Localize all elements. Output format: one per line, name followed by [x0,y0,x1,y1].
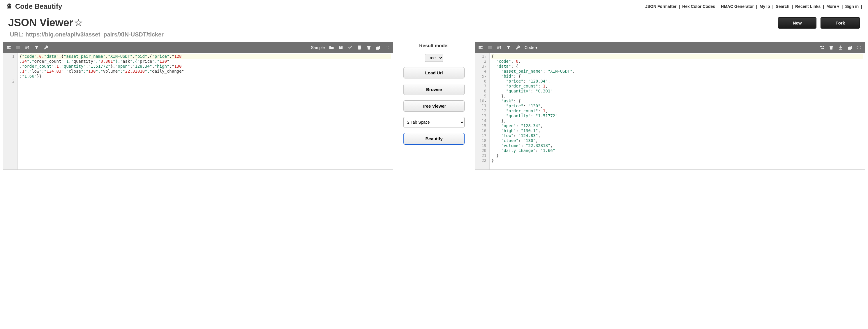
download-icon[interactable] [838,45,843,50]
logo-icon [6,3,13,10]
format-icon[interactable] [6,45,11,50]
result-mode-select[interactable]: tree [425,54,443,62]
left-code[interactable]: {"code":0,"data":{"asset_pair_name":"XIN… [18,53,393,169]
compact-icon[interactable] [16,45,21,50]
page-title: JSON Viewer ☆ [8,17,83,29]
trash-icon[interactable] [829,45,834,50]
format-icon[interactable] [478,45,483,50]
left-editor: Sample 12 {"code":0,"data":{"asset_pair_… [3,42,393,170]
left-gutter: 12 [3,53,18,169]
logo-text: Code Beautify [15,2,62,10]
indent-select[interactable]: 2 Tab Space [403,117,465,128]
sample-label[interactable]: Sample [311,45,325,50]
right-editor-body[interactable]: 1▾23▾45▾678910▾111213141516171819202122 … [475,53,865,169]
svg-point-1 [10,5,11,6]
filter-icon[interactable] [34,45,39,50]
result-mode-label: Result mode: [419,43,448,48]
nav-hmac[interactable]: HMAC Generator [720,4,755,9]
nav-hex-color[interactable]: Hex Color Codes [681,4,716,9]
browse-button[interactable]: Browse [403,84,465,95]
beautify-button[interactable]: Beautify [403,133,465,145]
filter-icon[interactable] [506,45,511,50]
svg-point-0 [8,5,9,6]
sort-icon[interactable] [497,45,502,50]
right-toolbar: Code▾ [475,42,865,53]
nav-links: JSON Formatter| Hex Color Codes| HMAC Ge… [644,4,862,9]
tree-icon[interactable] [819,45,825,50]
tree-viewer-button[interactable]: Tree Viewer [403,100,465,112]
code-mode-select[interactable]: Code▾ [525,45,537,50]
nav-search[interactable]: Search [775,4,790,9]
expand-icon[interactable] [385,45,390,50]
wrench-icon[interactable] [43,45,49,50]
new-button[interactable]: New [778,17,817,29]
nav-recent-links[interactable]: Recent Links [794,4,822,9]
star-icon[interactable]: ☆ [74,17,83,28]
load-url-button[interactable]: Load Url [403,67,465,79]
right-editor: Code▾ 1▾23▾45▾678910▾1112131415161718192… [475,42,865,170]
site-header: Code Beautify JSON Formatter| Hex Color … [0,0,868,13]
nav-more[interactable]: More ▾ [825,4,840,9]
logo-area[interactable]: Code Beautify [6,2,62,10]
folder-open-icon[interactable] [329,45,334,50]
center-panel: Result mode: tree Load Url Browse Tree V… [393,42,475,170]
url-label: URL: https://big.one/api/v3/asset_pairs/… [0,30,868,42]
left-editor-body[interactable]: 12 {"code":0,"data":{"asset_pair_name":"… [3,53,393,169]
print-icon[interactable] [357,45,362,50]
chevron-down-icon: ▾ [535,45,537,50]
trash-icon[interactable] [366,45,371,50]
fork-button[interactable]: Fork [820,17,860,29]
compact-icon[interactable] [487,45,493,50]
title-row: JSON Viewer ☆ New Fork [0,13,868,30]
right-gutter: 1▾23▾45▾678910▾111213141516171819202122 [475,53,490,169]
nav-json-formatter[interactable]: JSON Formatter [644,4,678,9]
nav-my-ip[interactable]: My Ip [758,4,771,9]
right-code[interactable]: { "code": 0, "data": { "asset_pair_name"… [490,53,865,169]
check-icon[interactable] [347,45,353,50]
left-toolbar: Sample [3,42,393,53]
expand-icon[interactable] [857,45,862,50]
copy-icon[interactable] [847,45,852,50]
copy-icon[interactable] [375,45,381,50]
nav-sign-in[interactable]: Sign in [844,4,860,9]
title-buttons: New Fork [778,17,860,29]
wrench-icon[interactable] [515,45,521,50]
chevron-down-icon: ▾ [837,4,839,9]
sort-icon[interactable] [25,45,30,50]
save-icon[interactable] [338,45,343,50]
main-area: Sample 12 {"code":0,"data":{"asset_pair_… [0,42,868,170]
